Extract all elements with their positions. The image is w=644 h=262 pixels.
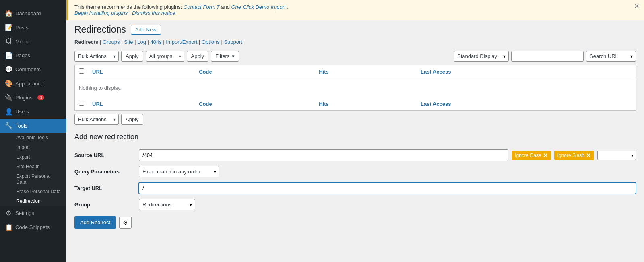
sidebar-item-dashboard[interactable]: 🏠 Dashboard [0, 6, 66, 21]
notice-link-contact-form[interactable]: Contact Form 7 [184, 4, 220, 10]
sidebar-item-label: Settings [15, 210, 34, 216]
sidebar-item-code-snippets[interactable]: 📋 Code Snippets [0, 220, 66, 234]
plugins-icon: 🔌 [5, 94, 12, 101]
add-redirect-title: Add new redirection [74, 133, 636, 141]
tags-dropdown[interactable]: Ignore Case Ignore Slash [597, 151, 636, 160]
sidebar-item-users[interactable]: 👤 Users [0, 105, 66, 119]
notice-link-one-click[interactable]: One Click Demo Import [231, 4, 286, 10]
media-icon: 🖼 [5, 38, 12, 45]
select-all-checkbox-footer[interactable] [79, 101, 84, 106]
footer-last-access[interactable]: Last Access [417, 97, 636, 111]
tags-dropdown-wrapper: Ignore Case Ignore Slash [597, 151, 636, 160]
page-title: Redirections [74, 24, 126, 35]
add-new-button[interactable]: Add New [131, 25, 161, 35]
notice-dismiss[interactable]: Dismiss this notice [132, 10, 175, 16]
subnav-options[interactable]: Options [202, 39, 220, 45]
sidebar-submenu-tools: Available Tools Import Export Site Healt… [0, 133, 66, 206]
sidebar-item-comments[interactable]: 💬 Comments [0, 62, 66, 76]
toolbar-left: Bulk Actions Apply All groups Apply Filt… [74, 51, 239, 62]
all-groups-select[interactable]: All groups [146, 51, 184, 62]
sidebar-item-label: Plugins [15, 95, 33, 101]
sidebar-item-pages[interactable]: 📄 Pages [0, 48, 66, 62]
query-select-wrapper: Exact match in any order Ignore all para… [139, 166, 219, 177]
sidebar-sub-export[interactable]: Export [0, 152, 66, 162]
target-url-cell [139, 180, 636, 196]
apply-button-1[interactable]: Apply [121, 51, 143, 62]
sidebar-sub-available-tools[interactable]: Available Tools [0, 133, 66, 142]
all-groups-select-wrapper: All groups [146, 51, 184, 62]
sidebar-item-posts[interactable]: 📝 Posts [0, 21, 66, 35]
plugins-badge: 3 [37, 95, 45, 100]
footer-checkbox-col [75, 97, 89, 111]
sidebar-sub-site-health[interactable]: Site Health [0, 162, 66, 171]
bulk-actions-select[interactable]: Bulk Actions [74, 51, 119, 62]
sidebar-item-media[interactable]: 🖼 Media [0, 35, 66, 48]
gear-button[interactable]: ⚙ [119, 217, 132, 229]
search-input[interactable] [511, 51, 584, 62]
subnav-import-export[interactable]: Import/Export [166, 39, 197, 45]
footer-code[interactable]: Code [195, 97, 315, 111]
filters-button[interactable]: Filters ▾ [211, 51, 239, 62]
add-redirect-button[interactable]: Add Redirect [74, 216, 116, 229]
gear-icon: ⚙ [123, 219, 128, 226]
ignore-case-label: Ignore Case [515, 153, 541, 158]
subnav-404s[interactable]: 404s [151, 39, 162, 45]
sidebar: 🏠 Dashboard 📝 Posts 🖼 Media 📄 Pages 💬 Co… [0, 0, 66, 262]
ignore-slash-close-icon[interactable]: ✕ [586, 152, 591, 159]
ignore-slash-label: Ignore Slash [557, 153, 584, 158]
sidebar-sub-erase-personal[interactable]: Erase Personal Data [0, 187, 66, 196]
ignore-case-close-icon[interactable]: ✕ [543, 152, 548, 159]
group-select-wrapper: Redirections Modified Posts [139, 199, 195, 210]
subnav-groups[interactable]: Groups [103, 39, 120, 45]
header-hits[interactable]: Hits [315, 65, 417, 78]
sidebar-item-tools[interactable]: 🔧 Tools [0, 119, 66, 133]
footer-url[interactable]: URL [88, 97, 195, 111]
notice-sep: | [129, 10, 132, 16]
settings-icon: ⚙ [5, 209, 12, 217]
submenu-label: Export [16, 154, 30, 160]
bottom-bulk-actions-wrapper: Bulk Actions [74, 114, 119, 125]
target-url-row: Target URL [74, 180, 636, 196]
display-select[interactable]: Standard Display Compact Display Full Di… [454, 51, 509, 62]
page-content: Redirections Add New Redirects | Groups … [66, 20, 644, 237]
ignore-case-tag[interactable]: Ignore Case ✕ [512, 151, 551, 160]
select-all-checkbox[interactable] [79, 68, 84, 74]
bottom-bulk-actions-select[interactable]: Bulk Actions [74, 114, 119, 125]
sidebar-item-settings[interactable]: ⚙ Settings [0, 206, 66, 220]
add-redirect-section: Add new redirection Source URL Ignore Ca… [74, 133, 636, 229]
subnav-site[interactable]: Site [124, 39, 133, 45]
group-select[interactable]: Redirections Modified Posts [139, 199, 195, 210]
source-url-input-row: Ignore Case ✕ Ignore Slash ✕ [139, 149, 636, 161]
comments-icon: 💬 [5, 66, 12, 73]
target-url-input[interactable] [139, 182, 636, 194]
group-row: Group Redirections Modified Posts [74, 196, 636, 213]
ignore-slash-tag[interactable]: Ignore Slash ✕ [554, 151, 594, 160]
sub-nav: Redirects | Groups | Site | Log | 404s |… [74, 39, 636, 45]
sidebar-item-appearance[interactable]: 🎨 Appearance [0, 76, 66, 91]
sidebar-item-label: Posts [15, 25, 29, 31]
source-url-input[interactable] [139, 149, 508, 161]
sidebar-sub-export-personal[interactable]: Export Personal Data [0, 171, 66, 187]
header-url[interactable]: URL [88, 65, 195, 78]
subnav-support[interactable]: Support [224, 39, 242, 45]
sidebar-item-label: Users [15, 109, 29, 115]
toolbar-right: Standard Display Compact Display Full Di… [454, 51, 636, 62]
add-redirect-actions: Add Redirect ⚙ [74, 216, 636, 229]
sidebar-sub-redirection[interactable]: Redirection [0, 196, 66, 206]
display-select-wrapper: Standard Display Compact Display Full Di… [454, 51, 509, 62]
notice-close-button[interactable]: ✕ [634, 3, 639, 10]
notice-bar: This theme recommends the following plug… [66, 0, 644, 20]
subnav-log[interactable]: Log [137, 39, 146, 45]
bottom-apply-button[interactable]: Apply [121, 114, 143, 125]
notice-text: This theme recommends the following plug… [74, 4, 184, 10]
header-last-access[interactable]: Last Access [417, 65, 636, 78]
header-code[interactable]: Code [195, 65, 315, 78]
query-params-select[interactable]: Exact match in any order Ignore all para… [139, 166, 219, 177]
sidebar-sub-import[interactable]: Import [0, 142, 66, 152]
notice-begin-installing[interactable]: Begin installing plugins [74, 10, 128, 16]
search-url-select[interactable]: Search URL Search Source Search Target [586, 51, 636, 62]
sidebar-item-plugins[interactable]: 🔌 Plugins 3 [0, 91, 66, 105]
apply-button-2[interactable]: Apply [187, 51, 209, 62]
query-params-cell: Exact match in any order Ignore all para… [139, 163, 636, 180]
footer-hits[interactable]: Hits [315, 97, 417, 111]
